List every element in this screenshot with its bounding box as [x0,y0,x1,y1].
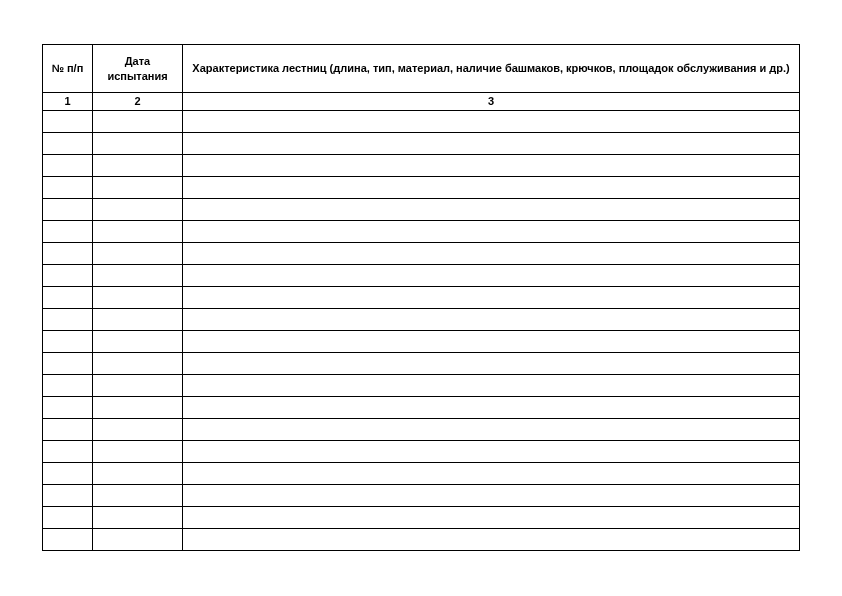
table-cell [43,265,93,287]
table-cell [93,111,183,133]
table-cell [43,529,93,551]
table-cell [183,507,800,529]
table-cell [93,221,183,243]
table-cell [183,529,800,551]
table-cell [183,221,800,243]
table-row [43,265,800,287]
data-rows [43,111,800,551]
table-row [43,485,800,507]
table-cell [43,155,93,177]
table-cell [183,199,800,221]
table-cell [93,243,183,265]
table-cell [183,133,800,155]
table-cell [183,463,800,485]
table-cell [183,309,800,331]
table-cell [183,243,800,265]
table-row [43,463,800,485]
table-cell [93,419,183,441]
colnum-2: 2 [93,93,183,111]
table-cell [93,529,183,551]
table-cell [43,463,93,485]
table-cell [43,199,93,221]
table-cell [43,331,93,353]
table-cell [93,507,183,529]
table-row [43,111,800,133]
table-row [43,309,800,331]
header-date: Дата испытания [93,45,183,93]
table-cell [183,397,800,419]
table-cell [183,111,800,133]
table-cell [93,309,183,331]
table-cell [93,463,183,485]
table-row [43,397,800,419]
table-row [43,243,800,265]
table-row [43,177,800,199]
table-cell [93,397,183,419]
table-cell [183,155,800,177]
table-row [43,331,800,353]
table-cell [43,353,93,375]
table-cell [93,287,183,309]
table-cell [43,287,93,309]
header-number: № п/п [43,45,93,93]
table-cell [43,441,93,463]
table-cell [43,243,93,265]
table-cell [183,287,800,309]
table-cell [93,199,183,221]
table-cell [93,441,183,463]
colnum-3: 3 [183,93,800,111]
table-cell [43,507,93,529]
table-cell [43,221,93,243]
table-cell [43,375,93,397]
table-cell [93,353,183,375]
table-cell [43,177,93,199]
table-row [43,133,800,155]
header-characteristics: Характеристика лестниц (длина, тип, мате… [183,45,800,93]
table-row [43,529,800,551]
table-row [43,375,800,397]
table-cell [183,353,800,375]
table-cell [183,177,800,199]
table-row [43,507,800,529]
table-cell [183,265,800,287]
table-cell [183,331,800,353]
table-cell [183,375,800,397]
table-cell [93,155,183,177]
table-row [43,353,800,375]
table-row [43,199,800,221]
table-cell [43,133,93,155]
table-cell [43,111,93,133]
table-row [43,419,800,441]
table-cell [43,309,93,331]
table-row [43,155,800,177]
table-cell [93,331,183,353]
table-cell [183,441,800,463]
table-cell [183,419,800,441]
header-row: № п/п Дата испытания Характеристика лест… [43,45,800,93]
table-cell [93,133,183,155]
table-row [43,287,800,309]
table-cell [43,419,93,441]
table-row [43,221,800,243]
table-row [43,441,800,463]
column-number-row: 1 2 3 [43,93,800,111]
table-cell [93,375,183,397]
ladder-test-table: № п/п Дата испытания Характеристика лест… [42,44,800,551]
table-cell [93,177,183,199]
table-cell [43,485,93,507]
table-cell [183,485,800,507]
table-cell [93,485,183,507]
table-cell [43,397,93,419]
table-cell [93,265,183,287]
colnum-1: 1 [43,93,93,111]
